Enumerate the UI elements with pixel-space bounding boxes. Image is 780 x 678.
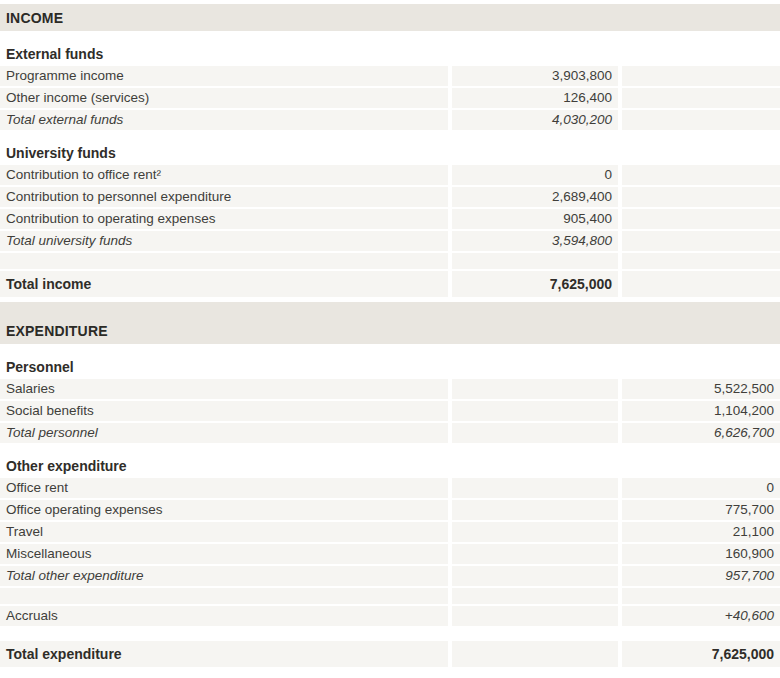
empty-cell bbox=[622, 88, 780, 108]
table-row: Contribution to operating expenses 905,4… bbox=[0, 209, 780, 229]
empty-cell bbox=[452, 522, 618, 542]
empty-cell bbox=[622, 253, 780, 269]
expenditure-section-title: EXPENDITURE bbox=[6, 323, 108, 339]
accruals-row: Accruals +40,600 bbox=[0, 606, 780, 626]
empty-cell bbox=[622, 187, 780, 207]
empty-cell bbox=[622, 66, 780, 86]
row-label: Social benefits bbox=[0, 401, 448, 421]
empty-cell bbox=[622, 588, 780, 604]
row-value: 160,900 bbox=[622, 544, 780, 564]
row-value: 2,689,400 bbox=[452, 187, 618, 207]
row-value: 7,625,000 bbox=[622, 641, 780, 667]
row-label: Salaries bbox=[0, 379, 448, 399]
subtotal-row: Total other expenditure 957,700 bbox=[0, 566, 780, 586]
row-label: Total other expenditure bbox=[0, 566, 448, 586]
empty-cell bbox=[452, 379, 618, 399]
row-value: 5,522,500 bbox=[622, 379, 780, 399]
financial-statement-table: INCOME External funds Programme income 3… bbox=[0, 0, 780, 678]
empty-cell bbox=[452, 401, 618, 421]
blank-row bbox=[0, 588, 780, 604]
row-label: Other income (services) bbox=[0, 88, 448, 108]
row-label: Total income bbox=[0, 271, 448, 297]
row-label: Travel bbox=[0, 522, 448, 542]
spacer bbox=[0, 31, 780, 44]
table-row: Contribution to office rent² 0 bbox=[0, 165, 780, 185]
income-section-band: INCOME bbox=[0, 4, 780, 31]
group-header-university-funds: University funds bbox=[0, 143, 780, 163]
row-value: 3,903,800 bbox=[452, 66, 618, 86]
table-row: Miscellaneous 160,900 bbox=[0, 544, 780, 564]
empty-cell bbox=[452, 478, 618, 498]
row-label: Office rent bbox=[0, 478, 448, 498]
row-label: Total personnel bbox=[0, 423, 448, 443]
empty-cell bbox=[0, 588, 448, 604]
row-value: 905,400 bbox=[452, 209, 618, 229]
empty-cell bbox=[452, 544, 618, 564]
spacer bbox=[0, 445, 780, 456]
row-label: Office operating expenses bbox=[0, 500, 448, 520]
total-income-row: Total income 7,625,000 bbox=[0, 271, 780, 297]
row-label: Miscellaneous bbox=[0, 544, 448, 564]
income-section-title: INCOME bbox=[6, 10, 63, 26]
empty-cell bbox=[622, 209, 780, 229]
row-label: Accruals bbox=[0, 606, 448, 626]
row-value: 4,030,200 bbox=[452, 110, 618, 130]
row-label: Total expenditure bbox=[0, 641, 448, 667]
row-label: Contribution to operating expenses bbox=[0, 209, 448, 229]
row-value: 775,700 bbox=[622, 500, 780, 520]
spacer bbox=[0, 344, 780, 357]
empty-cell bbox=[452, 606, 618, 626]
group-header-personnel: Personnel bbox=[0, 357, 780, 377]
subtotal-row: Total university funds 3,594,800 bbox=[0, 231, 780, 251]
row-value: 0 bbox=[452, 165, 618, 185]
empty-cell bbox=[452, 253, 618, 269]
subtotal-row: Total external funds 4,030,200 bbox=[0, 110, 780, 130]
table-row: Other income (services) 126,400 bbox=[0, 88, 780, 108]
row-label: Total university funds bbox=[0, 231, 448, 251]
row-value: 957,700 bbox=[622, 566, 780, 586]
table-row: Contribution to personnel expenditure 2,… bbox=[0, 187, 780, 207]
empty-cell bbox=[452, 423, 618, 443]
row-label: Contribution to office rent² bbox=[0, 165, 448, 185]
row-value: 1,104,200 bbox=[622, 401, 780, 421]
empty-cell bbox=[452, 566, 618, 586]
row-value: 0 bbox=[622, 478, 780, 498]
row-label: Total external funds bbox=[0, 110, 448, 130]
blank-row bbox=[0, 253, 780, 269]
group-header-external-funds: External funds bbox=[0, 44, 780, 64]
row-value: 7,625,000 bbox=[452, 271, 618, 297]
row-label: Programme income bbox=[0, 66, 448, 86]
table-row: Travel 21,100 bbox=[0, 522, 780, 542]
spacer bbox=[0, 132, 780, 143]
spacer bbox=[0, 628, 780, 641]
empty-cell bbox=[452, 641, 618, 667]
row-label: Contribution to personnel expenditure bbox=[0, 187, 448, 207]
table-row: Office operating expenses 775,700 bbox=[0, 500, 780, 520]
table-row: Social benefits 1,104,200 bbox=[0, 401, 780, 421]
empty-cell bbox=[0, 253, 448, 269]
empty-cell bbox=[452, 500, 618, 520]
row-value: +40,600 bbox=[622, 606, 780, 626]
row-value: 6,626,700 bbox=[622, 423, 780, 443]
row-value: 126,400 bbox=[452, 88, 618, 108]
table-row: Programme income 3,903,800 bbox=[0, 66, 780, 86]
table-row: Office rent 0 bbox=[0, 478, 780, 498]
empty-cell bbox=[622, 110, 780, 130]
total-expenditure-row: Total expenditure 7,625,000 bbox=[0, 641, 780, 667]
group-header-other-expenditure: Other expenditure bbox=[0, 456, 780, 476]
row-value: 21,100 bbox=[622, 522, 780, 542]
empty-cell bbox=[622, 271, 780, 297]
subtotal-row: Total personnel 6,626,700 bbox=[0, 423, 780, 443]
empty-cell bbox=[452, 588, 618, 604]
row-value: 3,594,800 bbox=[452, 231, 618, 251]
empty-cell bbox=[622, 165, 780, 185]
expenditure-section-band: EXPENDITURE bbox=[0, 302, 780, 344]
empty-cell bbox=[622, 231, 780, 251]
table-row: Salaries 5,522,500 bbox=[0, 379, 780, 399]
